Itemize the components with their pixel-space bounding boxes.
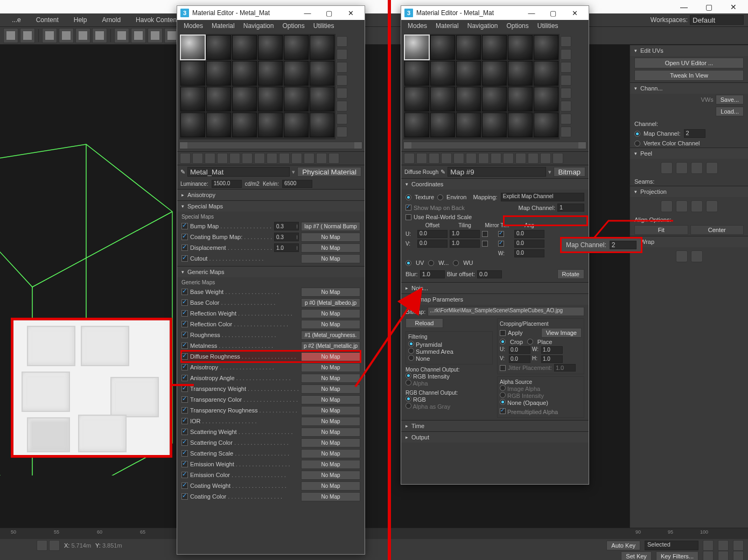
rollout-peel[interactable]: Peel (630, 148, 748, 159)
material-slot[interactable] (232, 61, 257, 86)
real-world-checkbox[interactable] (406, 214, 411, 220)
material-slot[interactable] (206, 113, 231, 137)
wu-radio[interactable] (453, 260, 459, 266)
peel-icon[interactable] (706, 162, 718, 174)
material-name-field[interactable] (187, 167, 290, 177)
menu-navigation[interactable]: Navigation (240, 22, 277, 30)
material-slot[interactable] (404, 87, 429, 111)
map-enable-checkbox[interactable] (181, 407, 188, 414)
toolbar-button[interactable] (20, 28, 35, 43)
toolbar-button[interactable] (205, 153, 215, 164)
u-mirror[interactable] (482, 231, 488, 237)
map-enable-checkbox[interactable] (181, 439, 188, 446)
side-tool[interactable] (561, 36, 571, 47)
menu-item[interactable]: Content (29, 16, 66, 24)
material-slot[interactable] (508, 35, 533, 60)
map-enable-checkbox[interactable] (181, 461, 188, 467)
side-tool[interactable] (337, 101, 347, 111)
side-tool[interactable] (337, 62, 347, 73)
maximize-button[interactable]: ▢ (696, 0, 721, 13)
toolbar-button[interactable] (441, 153, 452, 164)
material-slot[interactable] (534, 87, 558, 111)
peel-icon[interactable] (691, 162, 703, 174)
snap-icon[interactable] (49, 540, 60, 551)
map-enable-checkbox[interactable] (181, 396, 188, 403)
map-button[interactable]: #1 (Metal_roughness. (301, 331, 360, 340)
auto-key-button[interactable]: Auto Key (606, 541, 640, 550)
map-enable-checkbox[interactable] (181, 321, 188, 327)
u-angle[interactable]: 0.0 (514, 230, 544, 238)
toolbar-button[interactable] (291, 153, 302, 164)
material-slot[interactable] (232, 87, 257, 111)
blur-offset-spinner[interactable]: 0.0 (477, 270, 502, 278)
material-slot[interactable] (534, 61, 558, 86)
side-tool[interactable] (337, 114, 347, 124)
map-button[interactable]: No Map (301, 243, 360, 253)
material-slot[interactable] (482, 87, 507, 111)
toolbar-button[interactable] (316, 153, 327, 164)
show-map-back-checkbox[interactable] (406, 205, 411, 211)
peel-icon[interactable] (676, 162, 688, 174)
time-ruler[interactable]: 50 55 60 65 90 95 100 (0, 528, 748, 539)
place-radio[interactable] (527, 339, 533, 345)
material-slot[interactable] (284, 113, 309, 137)
nav-icon[interactable] (718, 540, 729, 551)
load-button[interactable]: Load... (716, 107, 744, 116)
lock-icon[interactable] (37, 540, 47, 551)
material-slot[interactable] (456, 87, 481, 111)
side-tool[interactable] (561, 75, 571, 86)
menu-modes[interactable]: Modes (180, 22, 206, 30)
close-button[interactable]: ✕ (564, 9, 585, 17)
texture-radio[interactable] (406, 194, 411, 200)
v-angle[interactable]: 0.0 (514, 240, 544, 248)
rollout-special-maps[interactable]: Special Maps (177, 201, 365, 212)
map-enable-checkbox[interactable] (181, 255, 188, 262)
pyramidal-radio[interactable] (408, 341, 414, 347)
map-button[interactable]: No Map (301, 384, 360, 394)
map-button[interactable]: No Map (301, 492, 360, 501)
map-button[interactable]: No Map (301, 363, 360, 372)
minimize-button[interactable]: — (297, 9, 318, 17)
rollout-projection[interactable]: Projection (630, 186, 748, 197)
material-slot[interactable] (232, 35, 257, 60)
u-offset[interactable]: 0.0 (417, 230, 448, 238)
rollout-output[interactable]: Output (401, 432, 589, 443)
luminance-spinner[interactable]: 1500.0 (212, 180, 242, 188)
map-button[interactable]: No Map (301, 449, 360, 458)
material-slot[interactable] (180, 35, 205, 60)
toolbar-button[interactable] (131, 28, 146, 43)
side-tool[interactable] (337, 49, 347, 60)
map-type-button[interactable]: Bitmap (554, 167, 585, 177)
material-slot[interactable] (508, 87, 533, 111)
menu-modes[interactable]: Modes (404, 22, 430, 30)
v-offset[interactable]: 0.0 (417, 240, 448, 248)
map-enable-checkbox[interactable] (181, 472, 188, 478)
rollout-channel[interactable]: Chann... (630, 83, 748, 94)
nav-icon[interactable] (733, 551, 744, 560)
map-enable-checkbox[interactable] (181, 353, 188, 360)
material-editor-titlebar[interactable]: Material Editor - Metal_Mat — ▢ ✕ (177, 6, 365, 20)
maximize-button[interactable]: ▢ (318, 9, 340, 17)
menu-item[interactable]: ...e (4, 16, 29, 24)
menu-material[interactable]: Material (208, 22, 238, 30)
vw-radio[interactable] (428, 260, 434, 266)
material-type-button[interactable]: Physical Material (297, 167, 361, 177)
material-slot[interactable] (404, 61, 429, 86)
rotate-button[interactable]: Rotate (557, 269, 584, 279)
map-enable-checkbox[interactable] (181, 332, 188, 338)
key-filters-button[interactable]: Key Filters... (656, 551, 698, 560)
material-slot[interactable] (456, 113, 481, 137)
toolbar-button[interactable] (148, 28, 163, 43)
nav-icon[interactable] (733, 540, 744, 551)
wrap-icon[interactable] (676, 250, 688, 262)
map-button[interactable]: No Map (301, 288, 360, 297)
material-slot[interactable] (430, 61, 455, 86)
side-tool[interactable] (561, 101, 571, 111)
material-slot[interactable] (534, 35, 558, 60)
material-slot[interactable] (404, 35, 429, 60)
side-tool[interactable] (561, 62, 571, 73)
channel-map-spinner[interactable]: 2 (684, 129, 705, 138)
material-slot[interactable] (206, 61, 231, 86)
menu-options[interactable]: Options (279, 22, 307, 30)
crop-v[interactable]: 0.0 (509, 355, 530, 363)
